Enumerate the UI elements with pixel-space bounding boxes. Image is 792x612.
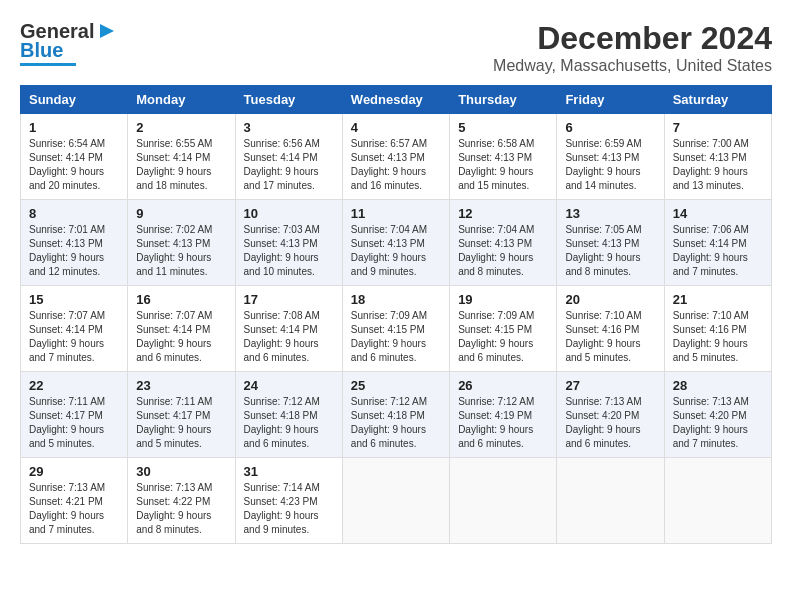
day-number: 7 bbox=[673, 120, 763, 135]
calendar-header-sunday: Sunday bbox=[21, 86, 128, 114]
calendar-cell: 7Sunrise: 7:00 AMSunset: 4:13 PMDaylight… bbox=[664, 114, 771, 200]
day-number: 14 bbox=[673, 206, 763, 221]
day-info: Sunrise: 7:04 AMSunset: 4:13 PMDaylight:… bbox=[458, 223, 548, 279]
logo-name: General Blue bbox=[20, 20, 118, 66]
svg-marker-0 bbox=[100, 24, 114, 38]
day-number: 2 bbox=[136, 120, 226, 135]
day-number: 26 bbox=[458, 378, 548, 393]
calendar-cell: 18Sunrise: 7:09 AMSunset: 4:15 PMDayligh… bbox=[342, 286, 449, 372]
day-info: Sunrise: 7:10 AMSunset: 4:16 PMDaylight:… bbox=[565, 309, 655, 365]
day-info: Sunrise: 7:12 AMSunset: 4:18 PMDaylight:… bbox=[351, 395, 441, 451]
calendar-cell bbox=[342, 458, 449, 544]
logo-blue-text: Blue bbox=[20, 39, 63, 62]
title-area: December 2024 Medway, Massachusetts, Uni… bbox=[493, 20, 772, 75]
calendar-cell: 6Sunrise: 6:59 AMSunset: 4:13 PMDaylight… bbox=[557, 114, 664, 200]
day-number: 13 bbox=[565, 206, 655, 221]
day-number: 28 bbox=[673, 378, 763, 393]
day-info: Sunrise: 7:04 AMSunset: 4:13 PMDaylight:… bbox=[351, 223, 441, 279]
calendar-cell: 27Sunrise: 7:13 AMSunset: 4:20 PMDayligh… bbox=[557, 372, 664, 458]
day-number: 27 bbox=[565, 378, 655, 393]
calendar-cell: 13Sunrise: 7:05 AMSunset: 4:13 PMDayligh… bbox=[557, 200, 664, 286]
day-number: 12 bbox=[458, 206, 548, 221]
day-info: Sunrise: 7:03 AMSunset: 4:13 PMDaylight:… bbox=[244, 223, 334, 279]
calendar-header-tuesday: Tuesday bbox=[235, 86, 342, 114]
day-info: Sunrise: 7:01 AMSunset: 4:13 PMDaylight:… bbox=[29, 223, 119, 279]
day-number: 4 bbox=[351, 120, 441, 135]
day-number: 25 bbox=[351, 378, 441, 393]
day-number: 23 bbox=[136, 378, 226, 393]
day-info: Sunrise: 6:57 AMSunset: 4:13 PMDaylight:… bbox=[351, 137, 441, 193]
day-info: Sunrise: 6:58 AMSunset: 4:13 PMDaylight:… bbox=[458, 137, 548, 193]
calendar-cell bbox=[450, 458, 557, 544]
calendar-header-row: SundayMondayTuesdayWednesdayThursdayFrid… bbox=[21, 86, 772, 114]
calendar-body: 1Sunrise: 6:54 AMSunset: 4:14 PMDaylight… bbox=[21, 114, 772, 544]
day-info: Sunrise: 7:07 AMSunset: 4:14 PMDaylight:… bbox=[136, 309, 226, 365]
day-number: 10 bbox=[244, 206, 334, 221]
calendar-cell: 22Sunrise: 7:11 AMSunset: 4:17 PMDayligh… bbox=[21, 372, 128, 458]
calendar-header-wednesday: Wednesday bbox=[342, 86, 449, 114]
main-title: December 2024 bbox=[493, 20, 772, 57]
day-info: Sunrise: 7:06 AMSunset: 4:14 PMDaylight:… bbox=[673, 223, 763, 279]
day-info: Sunrise: 7:09 AMSunset: 4:15 PMDaylight:… bbox=[458, 309, 548, 365]
calendar-cell: 9Sunrise: 7:02 AMSunset: 4:13 PMDaylight… bbox=[128, 200, 235, 286]
day-number: 18 bbox=[351, 292, 441, 307]
day-info: Sunrise: 7:14 AMSunset: 4:23 PMDaylight:… bbox=[244, 481, 334, 537]
calendar-cell: 10Sunrise: 7:03 AMSunset: 4:13 PMDayligh… bbox=[235, 200, 342, 286]
calendar-cell: 23Sunrise: 7:11 AMSunset: 4:17 PMDayligh… bbox=[128, 372, 235, 458]
calendar-cell: 26Sunrise: 7:12 AMSunset: 4:19 PMDayligh… bbox=[450, 372, 557, 458]
calendar-cell: 30Sunrise: 7:13 AMSunset: 4:22 PMDayligh… bbox=[128, 458, 235, 544]
calendar-cell: 31Sunrise: 7:14 AMSunset: 4:23 PMDayligh… bbox=[235, 458, 342, 544]
day-number: 22 bbox=[29, 378, 119, 393]
calendar-cell: 16Sunrise: 7:07 AMSunset: 4:14 PMDayligh… bbox=[128, 286, 235, 372]
calendar-header-monday: Monday bbox=[128, 86, 235, 114]
calendar-cell: 14Sunrise: 7:06 AMSunset: 4:14 PMDayligh… bbox=[664, 200, 771, 286]
day-info: Sunrise: 7:13 AMSunset: 4:20 PMDaylight:… bbox=[673, 395, 763, 451]
logo: General Blue bbox=[20, 20, 118, 66]
day-info: Sunrise: 6:59 AMSunset: 4:13 PMDaylight:… bbox=[565, 137, 655, 193]
day-info: Sunrise: 6:56 AMSunset: 4:14 PMDaylight:… bbox=[244, 137, 334, 193]
day-info: Sunrise: 7:00 AMSunset: 4:13 PMDaylight:… bbox=[673, 137, 763, 193]
calendar-cell: 28Sunrise: 7:13 AMSunset: 4:20 PMDayligh… bbox=[664, 372, 771, 458]
day-number: 21 bbox=[673, 292, 763, 307]
calendar-week-1: 1Sunrise: 6:54 AMSunset: 4:14 PMDaylight… bbox=[21, 114, 772, 200]
day-number: 11 bbox=[351, 206, 441, 221]
day-number: 8 bbox=[29, 206, 119, 221]
day-info: Sunrise: 7:09 AMSunset: 4:15 PMDaylight:… bbox=[351, 309, 441, 365]
day-number: 31 bbox=[244, 464, 334, 479]
day-number: 15 bbox=[29, 292, 119, 307]
day-info: Sunrise: 7:11 AMSunset: 4:17 PMDaylight:… bbox=[136, 395, 226, 451]
calendar-cell: 1Sunrise: 6:54 AMSunset: 4:14 PMDaylight… bbox=[21, 114, 128, 200]
day-info: Sunrise: 7:02 AMSunset: 4:13 PMDaylight:… bbox=[136, 223, 226, 279]
day-info: Sunrise: 6:55 AMSunset: 4:14 PMDaylight:… bbox=[136, 137, 226, 193]
calendar-header-thursday: Thursday bbox=[450, 86, 557, 114]
calendar-cell: 25Sunrise: 7:12 AMSunset: 4:18 PMDayligh… bbox=[342, 372, 449, 458]
calendar-cell: 2Sunrise: 6:55 AMSunset: 4:14 PMDaylight… bbox=[128, 114, 235, 200]
calendar-week-3: 15Sunrise: 7:07 AMSunset: 4:14 PMDayligh… bbox=[21, 286, 772, 372]
day-info: Sunrise: 7:13 AMSunset: 4:22 PMDaylight:… bbox=[136, 481, 226, 537]
day-info: Sunrise: 7:05 AMSunset: 4:13 PMDaylight:… bbox=[565, 223, 655, 279]
calendar-cell: 15Sunrise: 7:07 AMSunset: 4:14 PMDayligh… bbox=[21, 286, 128, 372]
calendar-cell: 11Sunrise: 7:04 AMSunset: 4:13 PMDayligh… bbox=[342, 200, 449, 286]
day-info: Sunrise: 7:08 AMSunset: 4:14 PMDaylight:… bbox=[244, 309, 334, 365]
day-info: Sunrise: 7:13 AMSunset: 4:21 PMDaylight:… bbox=[29, 481, 119, 537]
calendar-cell: 17Sunrise: 7:08 AMSunset: 4:14 PMDayligh… bbox=[235, 286, 342, 372]
calendar: SundayMondayTuesdayWednesdayThursdayFrid… bbox=[20, 85, 772, 544]
day-number: 9 bbox=[136, 206, 226, 221]
day-info: Sunrise: 7:11 AMSunset: 4:17 PMDaylight:… bbox=[29, 395, 119, 451]
day-info: Sunrise: 6:54 AMSunset: 4:14 PMDaylight:… bbox=[29, 137, 119, 193]
day-number: 16 bbox=[136, 292, 226, 307]
calendar-cell: 12Sunrise: 7:04 AMSunset: 4:13 PMDayligh… bbox=[450, 200, 557, 286]
calendar-cell: 3Sunrise: 6:56 AMSunset: 4:14 PMDaylight… bbox=[235, 114, 342, 200]
calendar-cell: 19Sunrise: 7:09 AMSunset: 4:15 PMDayligh… bbox=[450, 286, 557, 372]
calendar-cell bbox=[557, 458, 664, 544]
day-number: 29 bbox=[29, 464, 119, 479]
logo-underline bbox=[20, 63, 76, 66]
day-number: 3 bbox=[244, 120, 334, 135]
day-number: 24 bbox=[244, 378, 334, 393]
day-number: 5 bbox=[458, 120, 548, 135]
day-info: Sunrise: 7:10 AMSunset: 4:16 PMDaylight:… bbox=[673, 309, 763, 365]
calendar-week-2: 8Sunrise: 7:01 AMSunset: 4:13 PMDaylight… bbox=[21, 200, 772, 286]
calendar-cell: 21Sunrise: 7:10 AMSunset: 4:16 PMDayligh… bbox=[664, 286, 771, 372]
calendar-cell: 29Sunrise: 7:13 AMSunset: 4:21 PMDayligh… bbox=[21, 458, 128, 544]
calendar-header-friday: Friday bbox=[557, 86, 664, 114]
